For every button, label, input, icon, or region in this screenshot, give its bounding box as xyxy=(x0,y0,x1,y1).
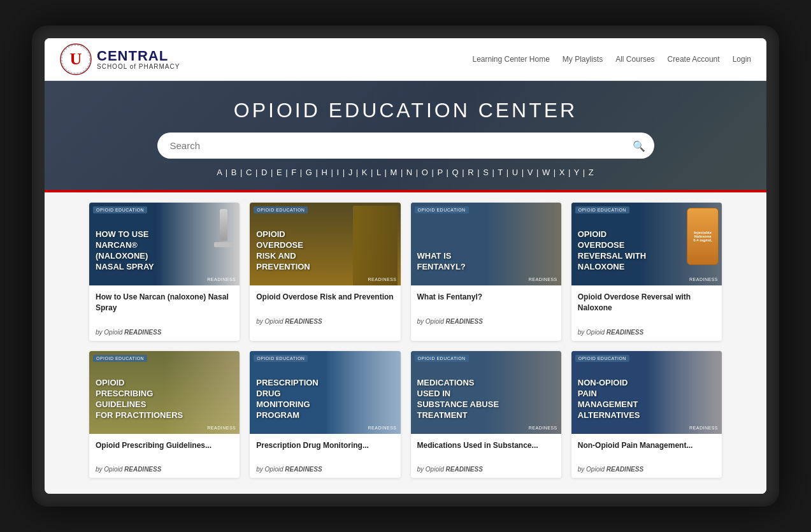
card-readiness-badge: READINESS xyxy=(689,426,718,430)
card-overlay-text: OPIOIDOVERDOSERISK ANDPREVENTION xyxy=(256,229,310,273)
logo-text: CENTRAL SCHOOL of PHARMACY xyxy=(97,49,180,70)
card-readiness-badge: READINESS xyxy=(207,426,236,430)
card-badge: OPIOID EDUCATION xyxy=(254,355,308,362)
logo-central: CENTRAL xyxy=(97,49,180,63)
card-info: Non-Opioid Pain Management... by Opioid … xyxy=(571,434,722,478)
card-badge: OPIOID EDUCATION xyxy=(415,355,469,362)
card-badge: OPIOID EDUCATION xyxy=(254,206,308,213)
card-overlay-text: NON-OPIOIDPAINMANAGEMENTALTERNATIVES xyxy=(578,378,640,421)
card-info: Medications Used in Substance... by Opio… xyxy=(411,434,561,478)
alpha-navigation[interactable]: A | B | C | D | E | F | G | H | I | J | … xyxy=(57,168,754,177)
nav-all-courses[interactable]: All Courses xyxy=(615,55,654,64)
card-readiness-badge: READINESS xyxy=(368,426,397,430)
card-info: Opioid Overdose Risk and Prevention by O… xyxy=(250,285,400,330)
card-card-overdose-risk[interactable]: OPIOID EDUCATION OPIOIDOVERDOSERISK ANDP… xyxy=(250,203,400,341)
card-title: How to Use Narcan (naloxone) Nasal Spray xyxy=(96,292,233,313)
card-badge: OPIOID EDUCATION xyxy=(575,355,629,362)
card-title: What is Fentanyl? xyxy=(417,292,555,303)
card-thumb-bg: OPIOID EDUCATION MEDICATIONSUSED INSUBST… xyxy=(411,351,561,434)
header: U CENTRAL SCHOOL of PHARMACY Learning Ce… xyxy=(45,38,766,81)
card-info: Opioid Prescribing Guidelines... by Opio… xyxy=(89,434,240,478)
card-thumb-bg: OPIOID EDUCATION OPIOIDPRESCRIBINGGUIDEL… xyxy=(89,351,240,434)
card-card-nonopioid[interactable]: OPIOID EDUCATION NON-OPIOIDPAINMANAGEMEN… xyxy=(571,351,722,478)
card-author: by Opioid READINESS xyxy=(96,329,233,336)
cards-grid: OPIOID EDUCATION HOW TO USENARCAN®(nalox… xyxy=(89,203,722,478)
card-thumb-bg: OPIOID EDUCATION WHAT ISFENTANYL? READIN… xyxy=(411,203,561,285)
card-thumbnail: OPIOID EDUCATION OPIOIDOVERDOSERISK ANDP… xyxy=(250,203,400,285)
card-thumbnail: OPIOID EDUCATION PRESCRIPTIONDRUGMONITOR… xyxy=(250,351,400,434)
main-nav: Learning Center Home My Playlists All Co… xyxy=(472,55,751,64)
svg-text:U: U xyxy=(70,50,82,68)
card-thumbnail: OPIOID EDUCATION OPIOIDPRESCRIBINGGUIDEL… xyxy=(89,351,240,434)
card-readiness-badge: READINESS xyxy=(529,426,557,430)
card-author: by Opioid READINESS xyxy=(96,466,233,473)
card-title: Opioid Overdose Reversal with Naloxone xyxy=(578,292,715,313)
card-thumbnail: OPIOID EDUCATION HOW TO USENARCAN®(nalox… xyxy=(89,203,240,285)
card-thumbnail: OPIOID EDUCATION MEDICATIONSUSED INSUBST… xyxy=(411,351,561,434)
card-card-reversal[interactable]: OPIOID EDUCATION OPIOIDOVERDOSEREVERSAL … xyxy=(571,203,722,341)
card-thumb-bg: OPIOID EDUCATION OPIOIDOVERDOSERISK ANDP… xyxy=(250,203,400,285)
card-info: How to Use Narcan (naloxone) Nasal Spray… xyxy=(89,285,240,341)
card-info: What is Fentanyl? by Opioid READINESS xyxy=(411,285,561,330)
card-overlay-text: HOW TO USENARCAN®(naloxone)NASAL SPRAY xyxy=(96,229,154,273)
card-card-narcan[interactable]: OPIOID EDUCATION HOW TO USENARCAN®(nalox… xyxy=(89,203,240,341)
card-thumbnail: OPIOID EDUCATION OPIOIDOVERDOSEREVERSAL … xyxy=(571,203,722,285)
card-info: Opioid Overdose Reversal with Naloxone b… xyxy=(571,285,722,341)
card-thumb-bg: OPIOID EDUCATION OPIOIDOVERDOSEREVERSAL … xyxy=(571,203,722,285)
card-thumb-bg: OPIOID EDUCATION HOW TO USENARCAN®(nalox… xyxy=(89,203,240,285)
card-title: Prescription Drug Monitoring... xyxy=(256,440,394,451)
card-author: by Opioid READINESS xyxy=(578,329,715,336)
university-logo-icon: U xyxy=(60,43,92,75)
card-badge: OPIOID EDUCATION xyxy=(93,355,147,362)
screen: U CENTRAL SCHOOL of PHARMACY Learning Ce… xyxy=(45,38,766,494)
card-thumbnail: OPIOID EDUCATION NON-OPIOIDPAINMANAGEMEN… xyxy=(571,351,722,434)
search-input[interactable] xyxy=(157,133,654,159)
card-overlay-text: OPIOIDOVERDOSEREVERSAL WITHNALOXONE xyxy=(578,229,646,273)
card-thumb-bg: OPIOID EDUCATION NON-OPIOIDPAINMANAGEMEN… xyxy=(571,351,722,434)
nav-login[interactable]: Login xyxy=(733,55,751,64)
card-title: Medications Used in Substance... xyxy=(417,440,555,451)
device-frame: U CENTRAL SCHOOL of PHARMACY Learning Ce… xyxy=(32,25,779,507)
card-card-medications[interactable]: OPIOID EDUCATION MEDICATIONSUSED INSUBST… xyxy=(411,351,561,478)
cards-section: OPIOID EDUCATION HOW TO USENARCAN®(nalox… xyxy=(45,192,766,494)
search-button[interactable]: 🔍 xyxy=(633,140,645,152)
card-card-prescribing[interactable]: OPIOID EDUCATION OPIOIDPRESCRIBINGGUIDEL… xyxy=(89,351,240,478)
nav-my-playlists[interactable]: My Playlists xyxy=(563,55,603,64)
card-readiness-badge: READINESS xyxy=(689,277,718,282)
nav-create-account[interactable]: Create Account xyxy=(668,55,720,64)
card-thumb-bg: OPIOID EDUCATION PRESCRIPTIONDRUGMONITOR… xyxy=(250,351,400,434)
card-badge: OPIOID EDUCATION xyxy=(415,206,469,213)
logo-subtitle: SCHOOL of PHARMACY xyxy=(97,63,180,70)
search-bar: 🔍 xyxy=(157,133,654,159)
card-author: by Opioid READINESS xyxy=(417,466,555,473)
card-author: by Opioid READINESS xyxy=(256,466,394,473)
card-author: by Opioid READINESS xyxy=(256,318,394,325)
card-card-monitoring[interactable]: OPIOID EDUCATION PRESCRIPTIONDRUGMONITOR… xyxy=(250,351,400,478)
card-author: by Opioid READINESS xyxy=(417,318,555,325)
page-title: OPIOID EDUCATION CENTER xyxy=(57,99,754,122)
card-badge: OPIOID EDUCATION xyxy=(93,206,147,213)
nav-learning-center-home[interactable]: Learning Center Home xyxy=(472,55,549,64)
card-title: Non-Opioid Pain Management... xyxy=(578,440,715,451)
card-overlay-text: PRESCRIPTIONDRUGMONITORINGPROGRAM xyxy=(256,378,319,421)
card-title: Opioid Prescribing Guidelines... xyxy=(96,440,233,451)
logo-area: U CENTRAL SCHOOL of PHARMACY xyxy=(60,43,472,75)
card-card-fentanyl[interactable]: OPIOID EDUCATION WHAT ISFENTANYL? READIN… xyxy=(411,203,561,341)
card-readiness-badge: READINESS xyxy=(368,277,397,282)
card-info: Prescription Drug Monitoring... by Opioi… xyxy=(250,434,400,478)
card-title: Opioid Overdose Risk and Prevention xyxy=(256,292,394,303)
card-author: by Opioid READINESS xyxy=(578,466,715,473)
card-readiness-badge: READINESS xyxy=(529,277,557,282)
card-thumbnail: OPIOID EDUCATION WHAT ISFENTANYL? READIN… xyxy=(411,203,561,285)
card-badge: OPIOID EDUCATION xyxy=(575,206,629,213)
card-overlay-text: WHAT ISFENTANYL? xyxy=(417,251,466,273)
card-readiness-badge: READINESS xyxy=(207,277,236,282)
hero-banner: OPIOID EDUCATION CENTER 🔍 A | B | C | D … xyxy=(45,81,766,190)
